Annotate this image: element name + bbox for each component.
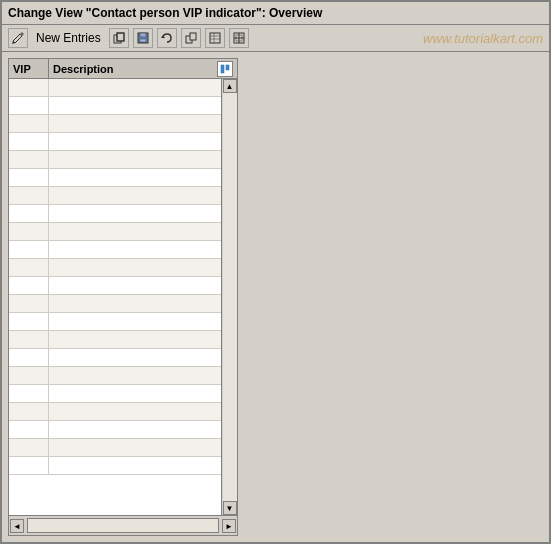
table-row[interactable] [9, 259, 221, 277]
svg-rect-8 [190, 33, 196, 40]
cell-vip [9, 457, 49, 474]
watermark: www.tutorialkart.com [423, 31, 543, 46]
cell-vip [9, 349, 49, 366]
cell-description [49, 439, 221, 456]
table-row[interactable] [9, 151, 221, 169]
table-scroll-area: ▲ ▼ [9, 79, 237, 515]
cell-vip [9, 187, 49, 204]
table-row[interactable] [9, 241, 221, 259]
table-row[interactable] [9, 349, 221, 367]
cell-vip [9, 259, 49, 276]
cell-description [49, 97, 221, 114]
svg-rect-9 [210, 33, 220, 43]
cell-vip [9, 313, 49, 330]
table-bottom: ◄ ► [9, 515, 237, 535]
cell-vip [9, 115, 49, 132]
table-row[interactable] [9, 187, 221, 205]
table-row[interactable] [9, 439, 221, 457]
svg-rect-4 [140, 33, 146, 37]
cell-vip [9, 421, 49, 438]
cell-description [49, 385, 221, 402]
toolbar: New Entries [2, 25, 549, 52]
new-entries-label: New Entries [36, 31, 101, 45]
cell-description [49, 349, 221, 366]
svg-rect-17 [221, 65, 224, 73]
table-row[interactable] [9, 313, 221, 331]
scroll-left-button[interactable]: ◄ [10, 519, 24, 533]
svg-rect-18 [226, 65, 229, 70]
table-row[interactable] [9, 79, 221, 97]
cell-vip [9, 133, 49, 150]
cell-description [49, 277, 221, 294]
table-row[interactable] [9, 223, 221, 241]
table-row[interactable] [9, 97, 221, 115]
cell-description [49, 79, 221, 96]
cell-vip [9, 385, 49, 402]
cell-description [49, 187, 221, 204]
cell-description [49, 403, 221, 420]
cell-vip [9, 97, 49, 114]
svg-rect-5 [140, 39, 146, 42]
scroll-right-button[interactable]: ► [222, 519, 236, 533]
cell-description [49, 421, 221, 438]
window-title: Change View "Contact person VIP indicato… [8, 6, 322, 20]
table-row[interactable] [9, 331, 221, 349]
cell-description [49, 151, 221, 168]
new-entries-button[interactable]: New Entries [32, 29, 105, 47]
table-row[interactable] [9, 133, 221, 151]
cell-description [49, 295, 221, 312]
table-settings-icon[interactable] [229, 28, 249, 48]
table-row[interactable] [9, 385, 221, 403]
cell-description [49, 313, 221, 330]
table-row[interactable] [9, 457, 221, 475]
cell-description [49, 223, 221, 240]
cell-vip [9, 403, 49, 420]
cell-vip [9, 295, 49, 312]
cell-vip [9, 439, 49, 456]
cell-vip [9, 367, 49, 384]
cell-description [49, 367, 221, 384]
scroll-track [223, 93, 237, 501]
table-row[interactable] [9, 421, 221, 439]
cell-vip [9, 79, 49, 96]
data-table: VIP Description ▲ [8, 58, 238, 536]
table-row[interactable] [9, 205, 221, 223]
table-row[interactable] [9, 367, 221, 385]
vertical-scrollbar: ▲ ▼ [221, 79, 237, 515]
table-rows [9, 79, 221, 515]
cell-vip [9, 169, 49, 186]
main-window: Change View "Contact person VIP indicato… [0, 0, 551, 544]
copy-pages-icon[interactable] [109, 28, 129, 48]
table-row[interactable] [9, 277, 221, 295]
copy-icon2[interactable] [181, 28, 201, 48]
cell-description [49, 133, 221, 150]
table-row[interactable] [9, 403, 221, 421]
table-row[interactable] [9, 295, 221, 313]
cell-description [49, 457, 221, 474]
cell-vip [9, 205, 49, 222]
cell-description [49, 115, 221, 132]
title-bar: Change View "Contact person VIP indicato… [2, 2, 549, 25]
save-disk-icon[interactable] [133, 28, 153, 48]
pencil-icon[interactable] [8, 28, 28, 48]
table-row[interactable] [9, 115, 221, 133]
h-scroll-track [27, 518, 219, 533]
scroll-down-button[interactable]: ▼ [223, 501, 237, 515]
table-header: VIP Description [9, 59, 237, 79]
cell-description [49, 331, 221, 348]
col-desc-header: Description [49, 59, 237, 79]
right-panel [244, 58, 543, 536]
list-icon[interactable] [205, 28, 225, 48]
svg-rect-1 [117, 33, 124, 41]
scroll-up-button[interactable]: ▲ [223, 79, 237, 93]
cell-vip [9, 151, 49, 168]
table-row[interactable] [9, 169, 221, 187]
cell-description [49, 259, 221, 276]
undo-icon[interactable] [157, 28, 177, 48]
cell-description [49, 205, 221, 222]
column-settings-icon[interactable] [217, 61, 233, 77]
cell-description [49, 241, 221, 258]
content-area: VIP Description ▲ [2, 52, 549, 542]
cell-vip [9, 241, 49, 258]
cell-description [49, 169, 221, 186]
